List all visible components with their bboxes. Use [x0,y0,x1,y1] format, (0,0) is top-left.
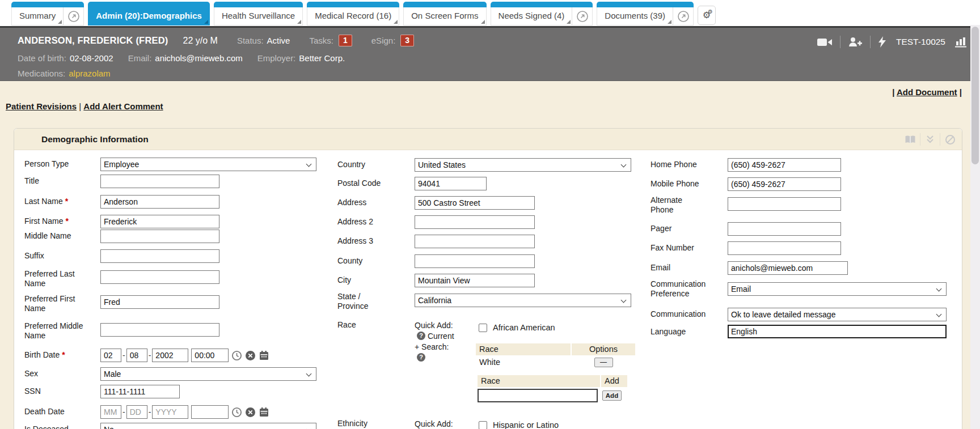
tab-admin-demographics[interactable]: Admin (20):Demographics [88,2,210,26]
tasks-badge[interactable]: 1 [339,35,352,46]
tab-settings-button[interactable]: ⚙ ⚙ [698,6,716,25]
state-select[interactable]: California [415,294,631,307]
death-time-input[interactable] [191,405,229,419]
remove-race-button[interactable]: — [594,358,613,367]
country-select[interactable]: United States [415,158,631,172]
clear-icon[interactable] [245,350,256,361]
tab-label: Health Surveillance [222,11,295,20]
add-document-link[interactable]: Add Document [897,87,957,97]
last-name-field [100,195,219,209]
birth-time-input[interactable] [191,349,229,362]
summary-external-link-icon[interactable] [63,7,83,25]
pipe: | [79,101,81,111]
needs-signed-external-link-icon[interactable] [572,7,592,25]
medications-value[interactable]: alprazolam [69,69,110,78]
postal-code-label: Postal Code [337,179,388,188]
address-input[interactable] [415,196,535,210]
birth-date-field: - - [100,349,269,362]
county-input[interactable] [415,254,535,268]
patient-chart-id: TEST-10025 [896,37,945,47]
add-column-header: Add [601,375,627,387]
preferred-first-input[interactable] [100,295,219,309]
block-icon[interactable] [940,129,960,150]
middle-name-label: Middle Name [24,231,86,241]
address2-input[interactable] [415,215,535,229]
pager-input[interactable] [728,222,841,236]
tab-summary[interactable]: Summary [11,2,84,26]
sex-select[interactable]: Male [100,367,316,381]
scrollbar-thumb[interactable] [971,27,979,164]
city-input[interactable] [415,274,535,287]
documents-external-link-icon[interactable] [673,7,693,25]
race-add-button[interactable]: Add [602,390,622,401]
video-camera-icon[interactable] [817,37,833,47]
race-add-input[interactable] [478,389,598,402]
tab-label: On Screen Forms [411,11,478,20]
ssn-input[interactable] [100,385,180,398]
add-alert-comment-link[interactable]: Add Alert Comment [83,101,163,111]
help-icon[interactable] [417,332,425,340]
vertical-scrollbar[interactable] [970,25,980,429]
race-checkbox-row: African American [479,323,555,332]
birth-month-input[interactable] [100,349,121,362]
death-month-input[interactable] [100,405,121,419]
clock-icon[interactable] [231,350,242,361]
language-input[interactable] [728,325,947,338]
race-label: Race [337,320,388,330]
preferred-last-input[interactable] [100,270,219,284]
calendar-icon[interactable] [259,350,269,361]
lightning-icon[interactable] [878,36,886,48]
mobile-phone-input[interactable] [728,177,841,191]
tab-on-screen-forms[interactable]: On Screen Forms [403,2,486,26]
employer-label: Employer: [257,53,296,63]
suffix-input[interactable] [100,249,219,263]
comm-pref-select[interactable]: Email [728,282,947,296]
tab-fold-icon [297,20,301,24]
middle-name-input[interactable] [100,230,219,243]
bar-chart-icon[interactable] [955,37,968,48]
add-person-icon[interactable] [848,37,863,47]
tab-documents[interactable]: Documents (39) [597,2,694,26]
tab-health-surveillance[interactable]: Health Surveillance [214,2,303,26]
date-separator: - [149,351,151,360]
title-input[interactable] [100,175,219,188]
date-separator: - [122,351,125,360]
preferred-middle-input[interactable] [100,323,219,337]
patient-revisions-link[interactable]: Patient Revisions [6,101,77,111]
address3-input[interactable] [415,235,535,248]
race-column-header: Race [478,375,601,387]
preferred-middle-label: Preferred Middle Name [24,321,86,341]
communication-select[interactable]: Ok to leave detailed message [728,308,947,321]
birth-day-input[interactable] [126,349,147,362]
alternate-phone-input[interactable] [728,197,841,211]
calendar-icon[interactable] [259,407,269,418]
is-deceased-select[interactable]: No [100,423,316,429]
hispanic-latino-checkbox[interactable] [479,421,487,429]
preferred-first-field [100,295,219,309]
african-american-checkbox[interactable] [479,324,487,332]
first-name-label: First Name* [24,216,86,226]
clear-icon[interactable] [245,407,256,418]
clock-icon[interactable] [231,407,242,418]
birth-year-input[interactable] [152,349,188,362]
fax-input[interactable] [728,241,841,255]
tab-medical-record[interactable]: Medical Record (16) [307,2,399,26]
last-name-input[interactable] [100,195,219,209]
collapse-chevrons-icon[interactable] [920,129,940,150]
death-day-input[interactable] [126,405,147,419]
email-input[interactable] [728,261,848,275]
person-type-select[interactable]: Employee [100,158,316,171]
first-name-input[interactable] [100,215,219,228]
postal-code-input[interactable] [415,177,487,190]
date-separator: - [122,407,125,417]
tab-needs-signed[interactable]: Needs Signed (4) [491,2,593,26]
tab-accent-strip [491,2,593,7]
journal-icon[interactable] [901,129,920,150]
death-year-input[interactable] [152,405,188,419]
esign-badge[interactable]: 3 [400,35,414,46]
medications-label: Medications: [18,69,65,78]
page: Summary Admin (20):Demographics Health S… [0,0,980,429]
chevron-down-icon [936,312,942,317]
help-icon[interactable] [417,353,425,362]
home-phone-input[interactable] [728,158,841,172]
